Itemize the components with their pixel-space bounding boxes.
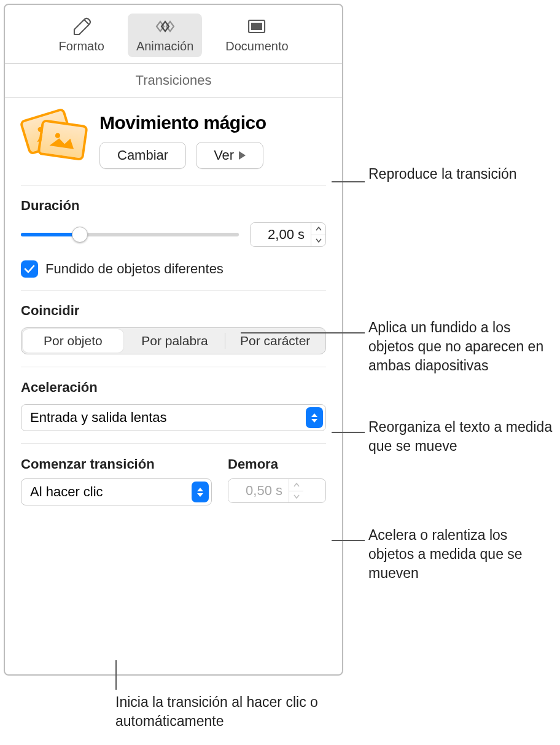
delay-field[interactable]: 0,50 s: [228, 478, 326, 503]
start-label: Comenzar transición: [21, 456, 212, 472]
select-arrows-icon: [306, 407, 323, 428]
duration-field[interactable]: 2,00 s: [250, 222, 326, 247]
match-segmented: Por objeto Por palabra Por carácter: [21, 327, 326, 354]
tab-animation[interactable]: Animación: [128, 14, 202, 57]
inspector-panel: Formato Animación Documento Transiciones: [4, 4, 343, 676]
section-title: Transiciones: [5, 64, 342, 98]
callout-match: Reorganiza el texto a medida que se muev…: [368, 418, 559, 456]
callout-accel: Acelera o ralentiza los objetos a medida…: [368, 526, 553, 583]
svg-point-3: [55, 133, 60, 138]
preview-button[interactable]: Ver: [196, 142, 263, 169]
duration-label: Duración: [21, 198, 326, 214]
preview-button-label: Ver: [214, 147, 234, 163]
fade-checkbox[interactable]: [21, 260, 38, 278]
accel-select[interactable]: Entrada y salida lentas: [21, 404, 326, 431]
tab-document[interactable]: Documento: [217, 14, 297, 57]
accel-value: Entrada y salida lentas: [30, 410, 167, 426]
format-brush-icon: [71, 17, 93, 36]
delay-value: 0,50 s: [228, 479, 289, 502]
delay-label: Demora: [228, 456, 326, 472]
document-icon: [246, 17, 268, 36]
delay-step-down[interactable]: [289, 491, 303, 503]
delay-step-up[interactable]: [289, 479, 303, 491]
tab-animation-label: Animación: [136, 39, 193, 53]
tab-format-label: Formato: [58, 39, 104, 53]
svg-rect-1: [251, 23, 262, 30]
select-arrows-icon: [192, 482, 209, 502]
toolbar: Formato Animación Documento: [5, 5, 342, 64]
start-value: Al hacer clic: [30, 484, 103, 500]
callout-start: Inicia la transición al hacer clic o aut…: [115, 693, 373, 731]
duration-step-up[interactable]: [311, 223, 325, 235]
match-seg-word[interactable]: Por palabra: [125, 328, 225, 354]
change-button[interactable]: Cambiar: [99, 142, 186, 169]
duration-step-down[interactable]: [311, 235, 325, 247]
accel-label: Aceleración: [21, 380, 326, 396]
transition-preview-icon: [21, 112, 87, 163]
start-select[interactable]: Al hacer clic: [21, 478, 212, 505]
match-seg-object[interactable]: Por objeto: [23, 329, 123, 353]
play-icon: [239, 151, 246, 160]
duration-value: 2,00 s: [251, 223, 311, 246]
callout-fade: Aplica un fundido a los objetos que no a…: [368, 318, 553, 375]
tab-document-label: Documento: [225, 39, 288, 53]
duration-slider[interactable]: [21, 225, 239, 244]
change-button-label: Cambiar: [117, 147, 168, 163]
match-label: Coincidir: [21, 303, 326, 319]
tab-format[interactable]: Formato: [50, 14, 112, 57]
callout-preview: Reproduce la transición: [368, 165, 540, 184]
animation-diamonds-icon: [154, 17, 176, 36]
transition-name: Movimiento mágico: [99, 112, 326, 133]
fade-checkbox-label: Fundido de objetos diferentes: [45, 261, 224, 277]
